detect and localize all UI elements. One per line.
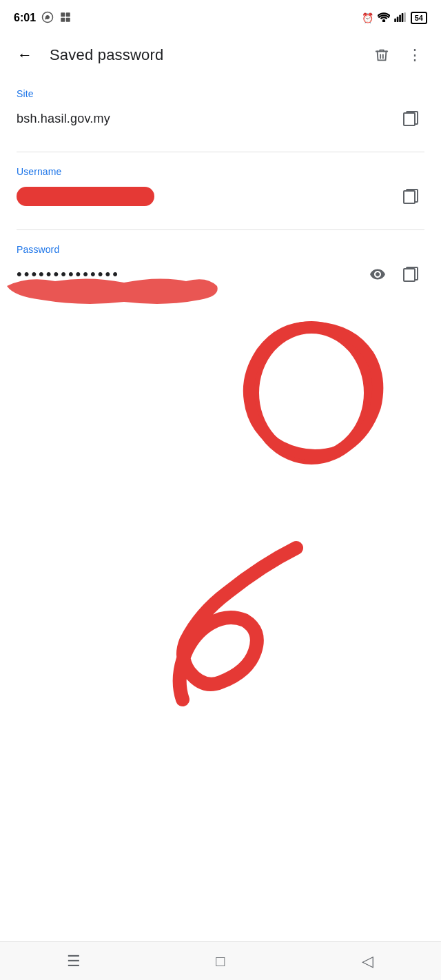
svg-rect-3	[61, 17, 65, 21]
username-redacted	[17, 187, 154, 206]
password-row: ••••••••••••••	[17, 261, 424, 288]
menu-icon: ☰	[67, 952, 81, 970]
svg-rect-4	[66, 17, 70, 21]
copy-site-icon	[403, 111, 418, 126]
nav-home-button[interactable]: □	[193, 948, 248, 975]
app-bar: ← Saved password ⋮	[0, 33, 441, 77]
trash-icon	[374, 48, 389, 63]
site-section: Site bsh.hasil.gov.my	[17, 88, 424, 132]
nav-back-button[interactable]: ◁	[340, 948, 395, 975]
notification-icon	[59, 11, 72, 25]
nav-menu-button[interactable]: ☰	[46, 948, 101, 975]
battery-icon: 54	[411, 12, 427, 24]
nav-back-icon: ◁	[362, 952, 373, 970]
username-row	[17, 183, 424, 210]
svg-point-10	[253, 327, 370, 458]
eye-icon	[369, 266, 386, 283]
status-left: 6:01	[14, 11, 72, 25]
delete-button[interactable]	[367, 40, 397, 70]
main-content: Site bsh.hasil.gov.my Username Password …	[0, 77, 441, 318]
password-value: ••••••••••••••	[17, 265, 358, 283]
svg-rect-7	[399, 14, 401, 22]
username-label: Username	[17, 166, 424, 177]
username-section: Username	[17, 166, 424, 210]
password-label: Password	[17, 244, 424, 255]
password-section: Password ••••••••••••••	[17, 244, 424, 288]
status-time: 6:01	[14, 12, 36, 24]
svg-rect-6	[397, 17, 399, 22]
copy-username-button[interactable]	[397, 183, 424, 210]
divider-1	[17, 152, 424, 152]
site-label: Site	[17, 88, 424, 99]
more-vert-icon: ⋮	[407, 46, 423, 64]
copy-username-icon	[403, 189, 418, 204]
signal-icon	[394, 12, 407, 24]
copy-password-icon	[403, 267, 418, 282]
svg-rect-8	[402, 12, 404, 21]
home-icon: □	[216, 952, 225, 970]
status-bar: 6:01 ⏰	[0, 0, 441, 33]
copy-password-button[interactable]	[397, 261, 424, 288]
svg-rect-5	[394, 18, 396, 21]
page-title: Saved password	[50, 46, 367, 64]
more-options-button[interactable]: ⋮	[400, 40, 430, 70]
site-row: bsh.hasil.gov.my	[17, 105, 424, 132]
toggle-password-button[interactable]	[364, 261, 391, 288]
divider-2	[17, 229, 424, 230]
alarm-icon: ⏰	[362, 12, 373, 23]
svg-rect-2	[66, 12, 70, 17]
back-button[interactable]: ←	[11, 41, 39, 69]
status-right-icons: ⏰ 54	[362, 12, 427, 24]
whatsapp-icon	[41, 11, 54, 25]
back-arrow-icon: ←	[17, 46, 32, 64]
wifi-icon	[378, 12, 390, 24]
nav-bar: ☰ □ ◁	[0, 941, 441, 980]
app-bar-actions: ⋮	[367, 40, 430, 70]
copy-site-button[interactable]	[397, 105, 424, 132]
site-value: bsh.hasil.gov.my	[17, 112, 391, 126]
svg-rect-9	[404, 12, 406, 22]
svg-rect-1	[61, 12, 65, 17]
